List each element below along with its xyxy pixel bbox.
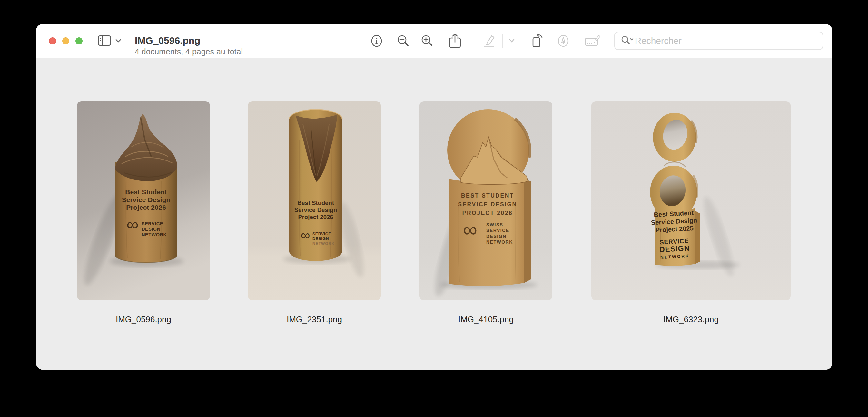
thumbnail-filename: IMG_4105.png xyxy=(420,314,552,325)
window-title-block: IMG_0596.png 4 documents, 4 pages au tot… xyxy=(135,35,243,57)
infinity-logo-mark: ∞ xyxy=(126,215,138,234)
rotate-left-button[interactable] xyxy=(528,32,546,50)
svg-text:Best Student: Best Student xyxy=(125,188,167,196)
info-button[interactable] xyxy=(368,32,385,50)
zoom-out-button[interactable] xyxy=(394,32,412,50)
share-icon xyxy=(447,33,463,49)
zoom-in-icon xyxy=(420,33,434,49)
svg-text:Project 2026: Project 2026 xyxy=(126,204,166,211)
svg-text:SERVICE: SERVICE xyxy=(142,221,163,226)
svg-text:DESIGN: DESIGN xyxy=(486,234,506,239)
svg-text:Best Student: Best Student xyxy=(297,199,334,206)
close-button[interactable] xyxy=(49,37,56,44)
svg-text:SERVICE DESIGN: SERVICE DESIGN xyxy=(458,201,517,207)
desktop-background: IMG_0596.png 4 documents, 4 pages au tot… xyxy=(0,0,868,417)
thumbnail-img-4105[interactable]: BEST STUDENT SERVICE DESIGN PROJECT 2026… xyxy=(420,101,552,300)
thumbnail-img-0596[interactable]: Best Student Service Design Project 2026… xyxy=(77,101,210,300)
rotate-left-icon xyxy=(529,33,545,49)
svg-text:Service Design: Service Design xyxy=(122,196,170,203)
preview-window: IMG_0596.png 4 documents, 4 pages au tot… xyxy=(36,24,832,370)
annotate-pen-icon xyxy=(556,33,571,49)
window-subtitle: 4 documents, 4 pages au total xyxy=(135,46,243,57)
search-field[interactable] xyxy=(614,32,823,50)
thumbnail-img-6323[interactable]: Best Student Service Design Project 2025… xyxy=(591,101,790,300)
zoom-in-button[interactable] xyxy=(418,32,436,50)
thumbnail-filename: IMG_0596.png xyxy=(77,314,210,325)
svg-text:Service Design: Service Design xyxy=(294,206,337,213)
search-input[interactable] xyxy=(635,36,818,46)
thumbnail-filename: IMG_2351.png xyxy=(248,314,381,325)
thumbnail-filename: IMG_6323.png xyxy=(591,314,790,325)
svg-text:NETWORK: NETWORK xyxy=(142,232,167,237)
markup-options-chevron-icon xyxy=(507,38,517,44)
info-icon xyxy=(369,33,384,49)
svg-text:Project 2026: Project 2026 xyxy=(298,214,333,220)
signature-field-icon xyxy=(583,33,601,49)
svg-text:PROJECT 2026: PROJECT 2026 xyxy=(462,210,513,216)
chevron-down-icon xyxy=(115,38,122,44)
svg-text:SERVICE: SERVICE xyxy=(486,228,509,233)
svg-text:NETWORK: NETWORK xyxy=(312,242,335,246)
traffic-lights xyxy=(49,37,83,44)
share-button[interactable] xyxy=(446,32,464,50)
svg-text:BEST STUDENT: BEST STUDENT xyxy=(461,192,514,199)
svg-text:NETWORK: NETWORK xyxy=(486,239,513,245)
sidebar-toggle-button[interactable] xyxy=(97,32,133,50)
thumbnail-img-2351[interactable]: Best Student Service Design Project 2026… xyxy=(248,101,381,300)
annotate-button[interactable] xyxy=(554,32,572,50)
markup-pen-icon xyxy=(482,33,497,49)
svg-text:DESIGN: DESIGN xyxy=(312,236,329,241)
infinity-logo-mark: ∞ xyxy=(463,219,477,241)
contact-sheet: Best Student Service Design Project 2026… xyxy=(36,58,832,370)
window-title: IMG_0596.png xyxy=(135,35,243,46)
infinity-logo-mark: ∞ xyxy=(301,228,310,242)
search-magnifier-icon xyxy=(619,34,635,47)
zoom-out-icon xyxy=(396,33,410,49)
zoom-button[interactable] xyxy=(75,37,83,44)
minimize-button[interactable] xyxy=(62,37,69,44)
svg-text:DESIGN: DESIGN xyxy=(142,227,161,232)
markup-pen-button[interactable] xyxy=(480,32,498,50)
sidebar-toggle-icon xyxy=(97,34,112,48)
svg-text:SERVICE: SERVICE xyxy=(312,232,331,236)
titlebar: IMG_0596.png 4 documents, 4 pages au tot… xyxy=(36,24,832,58)
signature-button[interactable] xyxy=(583,32,601,50)
svg-text:SWISS: SWISS xyxy=(486,222,503,227)
svg-text:DESIGN: DESIGN xyxy=(659,244,690,254)
markup-options-button[interactable] xyxy=(503,32,521,50)
